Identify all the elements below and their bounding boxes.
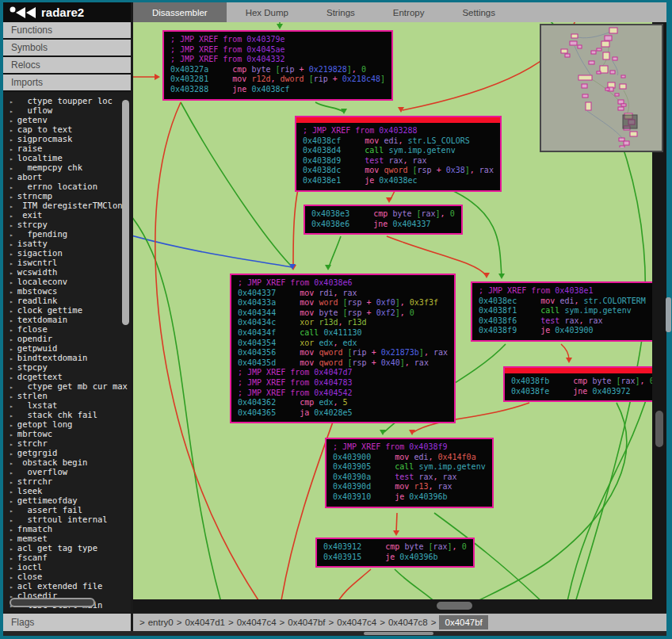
import-item[interactable]: ▸fscanf (3, 553, 131, 562)
import-item[interactable]: ▸fnmatch (3, 524, 131, 534)
import-item[interactable]: ▸stpcpy (3, 362, 131, 372)
imports-horizontal-scrollbar[interactable] (10, 598, 95, 607)
import-item[interactable]: ▸strchr (3, 438, 131, 448)
sidebar-item-functions[interactable]: Functions (3, 22, 131, 40)
graph-node-blk-0x40327a[interactable]: ; JMP XREF from 0x40379e; JMP XREF from … (162, 30, 393, 101)
top-bar: radare2 DisassemblerHex DumpStringsEntro… (3, 2, 666, 22)
import-item[interactable]: ▸__overflow (3, 467, 131, 476)
minimap-node (624, 141, 629, 145)
import-item[interactable]: ▸abort (3, 172, 131, 182)
expand-arrow-icon: ▸ (10, 260, 13, 267)
graph-node-blk-0x4038ec[interactable]: ; JMP XREF from 0x4038e10x4038ec mov edi… (471, 281, 652, 342)
import-item[interactable]: ▸acl_get_tag_type (3, 543, 131, 553)
disasm-line: 0x404362 cmp edx, 5 (238, 398, 448, 408)
graph-minimap[interactable] (540, 24, 663, 152)
breadcrumb-item-current[interactable]: 0x4047bf (439, 615, 487, 629)
breadcrumb-item[interactable]: 0x4047c4 (237, 618, 277, 627)
import-item[interactable]: ▸strlen (3, 391, 131, 400)
import-item[interactable]: ▸strncmp (3, 191, 131, 201)
tab-strings[interactable]: Strings (307, 2, 374, 22)
import-item[interactable]: ▸__strtoul_internal (3, 515, 131, 524)
import-item[interactable]: ▸strcpy (3, 220, 131, 229)
import-item[interactable]: ▸mbrtowc (3, 429, 131, 438)
import-item[interactable]: ▸textdomain (3, 315, 131, 324)
import-item[interactable]: ▸localtime (3, 153, 131, 163)
import-item[interactable]: ▸getenv (3, 115, 131, 124)
app-window: radare2 DisassemblerHex DumpStringsEntro… (0, 0, 672, 639)
import-item[interactable]: ▸getpwuid (3, 343, 131, 353)
graph-vertical-scrollbar-thumb[interactable] (655, 411, 663, 447)
import-item[interactable]: ▸getgrgid (3, 448, 131, 457)
graph-node-blk-0x4038e3[interactable]: 0x4038e3 cmp byte [rax], 00x4038e6 jne 0… (304, 205, 463, 235)
import-item[interactable]: ▸_exit (3, 210, 131, 220)
breadcrumb-item[interactable]: entry0 (148, 618, 174, 627)
graph-horizontal-scrollbar[interactable] (133, 599, 666, 612)
import-item[interactable]: ▸lseek (3, 486, 131, 496)
minimap-node (610, 71, 615, 74)
import-item[interactable]: ▸ioctl (3, 562, 131, 572)
tab-entropy[interactable]: Entropy (374, 2, 444, 22)
import-item[interactable]: ▸iswcntrl (3, 258, 131, 267)
import-item[interactable]: ▸fclose (3, 324, 131, 334)
import-item[interactable]: ▸acl_extended_file (3, 581, 131, 591)
tab-hex-dump[interactable]: Hex Dump (227, 2, 307, 22)
import-item[interactable]: ▸sigaction (3, 248, 131, 258)
tab-disassembler[interactable]: Disassembler (133, 2, 227, 22)
graph-node-blk-0x403912[interactable]: 0x403912 cmp byte [rax], 00x403915 je 0x… (315, 538, 475, 568)
import-item[interactable]: ▸isatty (3, 239, 131, 248)
graph-node-blk-0x404337[interactable]: ; JMP XREF from 0x4038e60x404337 mov rdi… (230, 274, 456, 423)
graph-node-blk-0x403900[interactable]: ; JMP XREF from 0x4038f90x403900 mov edi… (325, 438, 494, 508)
import-item[interactable]: ▸__uflow (3, 105, 131, 115)
import-item[interactable]: ▸strrchr (3, 476, 131, 486)
sidebar-item-flags[interactable]: Flags (3, 614, 131, 631)
window-vertical-scrollbar-thumb[interactable] (666, 297, 671, 332)
import-item[interactable]: ▸dcgettext (3, 372, 131, 381)
import-item[interactable]: ▸readlink (3, 296, 131, 305)
app-logo: radare2 (3, 2, 131, 22)
graph-horizontal-scrollbar-thumb[interactable] (437, 602, 472, 610)
breadcrumb-separator: > (177, 618, 182, 627)
import-item[interactable]: ▸wcswidth (3, 267, 131, 277)
tab-settings[interactable]: Settings (443, 2, 514, 22)
minimap-node (618, 100, 624, 104)
breadcrumb-item[interactable]: 0x4047c8 (388, 618, 428, 627)
import-item[interactable]: ▸__assert_fail (3, 505, 131, 515)
import-item[interactable]: ▸gettimeofday (3, 496, 131, 505)
sidebar-item-relocs[interactable]: Relocs (3, 57, 131, 75)
import-item[interactable]: ▸close (3, 572, 131, 581)
import-item[interactable]: ▸memset (3, 534, 131, 543)
import-item[interactable]: ▸raise (3, 143, 131, 153)
graph-node-blk-0x4038fb[interactable]: 0x4038fb cmp byte [rax], 00x4038fe jne 0… (503, 366, 652, 402)
import-item[interactable]: ▸__stack_chk_fail (3, 410, 131, 419)
import-item[interactable]: ▸__ctype_get_mb_cur_max (3, 381, 131, 391)
import-item[interactable]: ▸opendir (3, 334, 131, 343)
import-item[interactable]: ▸localeconv (3, 277, 131, 286)
window-horizontal-scrollbar-thumb[interactable] (364, 632, 433, 635)
import-item[interactable]: ▸sigprocmask (3, 134, 131, 143)
sidebar-item-symbols[interactable]: Symbols (3, 40, 131, 57)
import-item[interactable]: ▸mbstowcs (3, 286, 131, 296)
expand-arrow-icon: ▸ (10, 203, 13, 210)
sidebar-item-imports[interactable]: Imports (3, 75, 131, 92)
import-item[interactable]: ▸__errno_location (3, 182, 131, 191)
import-item[interactable]: ▸bindtextdomain (3, 353, 131, 362)
minimap-viewport[interactable] (623, 115, 637, 128)
expand-arrow-icon: ▸ (10, 574, 13, 581)
import-item[interactable]: ▸__mempcpy_chk (3, 163, 131, 172)
breadcrumb-item[interactable]: 0x4047bf (288, 618, 325, 627)
import-item[interactable]: ▸clock_gettime (3, 305, 131, 315)
import-item[interactable]: ▸getopt_long (3, 419, 131, 429)
import-item[interactable]: ▸__fpending (3, 229, 131, 239)
import-item[interactable]: ▸_ITM_deregisterTMClone (3, 201, 131, 210)
breadcrumb-item[interactable]: 0x4047c4 (337, 618, 376, 627)
disasm-line: 0x403910 je 0x40396b (333, 492, 486, 503)
imports-vertical-scrollbar-thumb[interactable] (122, 100, 129, 325)
import-item[interactable]: ▸__lxstat (3, 400, 131, 410)
import-item[interactable]: ▸__ctype_toupper_loc (3, 96, 131, 105)
import-item[interactable]: ▸cap_to_text (3, 124, 131, 134)
window-horizontal-scrollbar[interactable] (3, 631, 666, 636)
import-item[interactable]: ▸_obstack_begin (3, 457, 131, 467)
graph-node-blk-0x4038cf[interactable]: ; JMP XREF from 0x4032880x4038cf mov edi… (295, 116, 502, 192)
breadcrumb-separator: > (380, 618, 385, 627)
breadcrumb-item[interactable]: 0x4047d1 (185, 618, 225, 627)
